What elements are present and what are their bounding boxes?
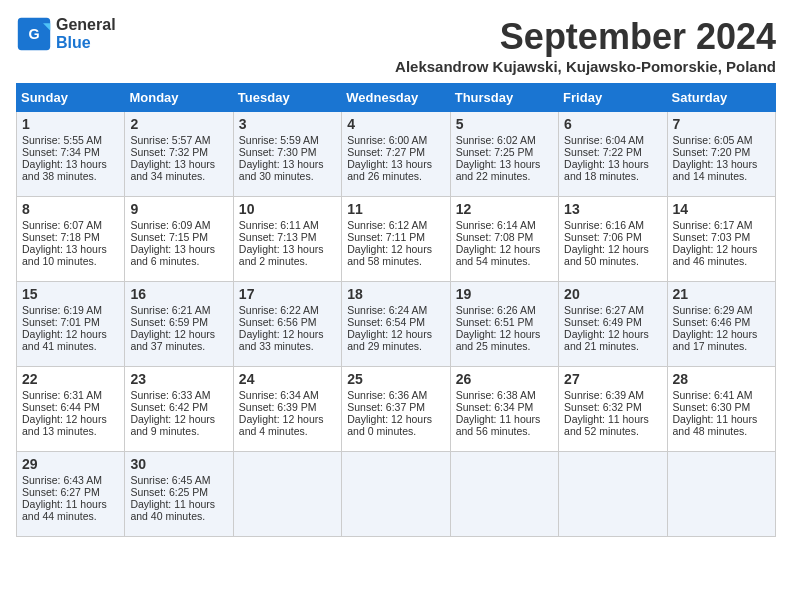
daylight-text: Daylight: 12 hours and 0 minutes. (347, 413, 432, 437)
sunrise-text: Sunrise: 6:27 AM (564, 304, 644, 316)
day-number: 7 (673, 116, 770, 132)
sunset-text: Sunset: 6:32 PM (564, 401, 642, 413)
day-number: 5 (456, 116, 553, 132)
daylight-text: Daylight: 12 hours and 41 minutes. (22, 328, 107, 352)
sunset-text: Sunset: 7:32 PM (130, 146, 208, 158)
sunrise-text: Sunrise: 6:26 AM (456, 304, 536, 316)
sunrise-text: Sunrise: 6:31 AM (22, 389, 102, 401)
sunrise-text: Sunrise: 6:05 AM (673, 134, 753, 146)
col-sunday: Sunday (17, 84, 125, 112)
sunrise-text: Sunrise: 6:41 AM (673, 389, 753, 401)
svg-text:G: G (28, 26, 39, 42)
sunset-text: Sunset: 7:15 PM (130, 231, 208, 243)
sunrise-text: Sunrise: 6:19 AM (22, 304, 102, 316)
calendar-week-row: 15 Sunrise: 6:19 AM Sunset: 7:01 PM Dayl… (17, 282, 776, 367)
sunrise-text: Sunrise: 6:33 AM (130, 389, 210, 401)
calendar-day-cell: 20 Sunrise: 6:27 AM Sunset: 6:49 PM Dayl… (559, 282, 667, 367)
sunrise-text: Sunrise: 6:24 AM (347, 304, 427, 316)
sunset-text: Sunset: 7:34 PM (22, 146, 100, 158)
logo: G General Blue (16, 16, 116, 52)
day-number: 9 (130, 201, 227, 217)
calendar-day-cell: 16 Sunrise: 6:21 AM Sunset: 6:59 PM Dayl… (125, 282, 233, 367)
sunrise-text: Sunrise: 6:22 AM (239, 304, 319, 316)
calendar-day-cell: 24 Sunrise: 6:34 AM Sunset: 6:39 PM Dayl… (233, 367, 341, 452)
day-number: 3 (239, 116, 336, 132)
daylight-text: Daylight: 12 hours and 17 minutes. (673, 328, 758, 352)
daylight-text: Daylight: 12 hours and 29 minutes. (347, 328, 432, 352)
day-number: 24 (239, 371, 336, 387)
day-number: 15 (22, 286, 119, 302)
day-number: 29 (22, 456, 119, 472)
daylight-text: Daylight: 11 hours and 52 minutes. (564, 413, 649, 437)
sunset-text: Sunset: 7:20 PM (673, 146, 751, 158)
sunset-text: Sunset: 7:06 PM (564, 231, 642, 243)
sunrise-text: Sunrise: 6:17 AM (673, 219, 753, 231)
location-title: Aleksandrow Kujawski, Kujawsko-Pomorskie… (395, 58, 776, 75)
day-number: 18 (347, 286, 444, 302)
sunset-text: Sunset: 6:27 PM (22, 486, 100, 498)
daylight-text: Daylight: 12 hours and 13 minutes. (22, 413, 107, 437)
sunset-text: Sunset: 6:49 PM (564, 316, 642, 328)
day-number: 21 (673, 286, 770, 302)
calendar-week-row: 1 Sunrise: 5:55 AM Sunset: 7:34 PM Dayli… (17, 112, 776, 197)
sunset-text: Sunset: 7:11 PM (347, 231, 425, 243)
daylight-text: Daylight: 11 hours and 56 minutes. (456, 413, 541, 437)
daylight-text: Daylight: 11 hours and 48 minutes. (673, 413, 758, 437)
calendar-day-cell: 26 Sunrise: 6:38 AM Sunset: 6:34 PM Dayl… (450, 367, 558, 452)
sunrise-text: Sunrise: 6:45 AM (130, 474, 210, 486)
calendar-day-cell: 29 Sunrise: 6:43 AM Sunset: 6:27 PM Dayl… (17, 452, 125, 537)
logo-text: General Blue (56, 16, 116, 51)
col-thursday: Thursday (450, 84, 558, 112)
calendar-week-row: 8 Sunrise: 6:07 AM Sunset: 7:18 PM Dayli… (17, 197, 776, 282)
sunset-text: Sunset: 6:42 PM (130, 401, 208, 413)
calendar-day-cell: 6 Sunrise: 6:04 AM Sunset: 7:22 PM Dayli… (559, 112, 667, 197)
day-number: 2 (130, 116, 227, 132)
calendar-day-cell: 21 Sunrise: 6:29 AM Sunset: 6:46 PM Dayl… (667, 282, 775, 367)
daylight-text: Daylight: 13 hours and 10 minutes. (22, 243, 107, 267)
sunset-text: Sunset: 6:30 PM (673, 401, 751, 413)
day-number: 8 (22, 201, 119, 217)
day-number: 11 (347, 201, 444, 217)
calendar-day-cell: 12 Sunrise: 6:14 AM Sunset: 7:08 PM Dayl… (450, 197, 558, 282)
sunrise-text: Sunrise: 5:57 AM (130, 134, 210, 146)
sunrise-text: Sunrise: 6:21 AM (130, 304, 210, 316)
day-number: 13 (564, 201, 661, 217)
calendar-day-cell: 5 Sunrise: 6:02 AM Sunset: 7:25 PM Dayli… (450, 112, 558, 197)
sunset-text: Sunset: 7:03 PM (673, 231, 751, 243)
calendar-day-cell: 4 Sunrise: 6:00 AM Sunset: 7:27 PM Dayli… (342, 112, 450, 197)
col-monday: Monday (125, 84, 233, 112)
calendar-day-cell (342, 452, 450, 537)
sunset-text: Sunset: 6:39 PM (239, 401, 317, 413)
daylight-text: Daylight: 12 hours and 37 minutes. (130, 328, 215, 352)
day-number: 16 (130, 286, 227, 302)
sunrise-text: Sunrise: 5:55 AM (22, 134, 102, 146)
header: G General Blue September 2024 Aleksandro… (16, 16, 776, 75)
calendar-day-cell: 27 Sunrise: 6:39 AM Sunset: 6:32 PM Dayl… (559, 367, 667, 452)
day-number: 12 (456, 201, 553, 217)
calendar-day-cell (233, 452, 341, 537)
sunset-text: Sunset: 7:30 PM (239, 146, 317, 158)
daylight-text: Daylight: 11 hours and 40 minutes. (130, 498, 215, 522)
day-number: 23 (130, 371, 227, 387)
daylight-text: Daylight: 13 hours and 18 minutes. (564, 158, 649, 182)
daylight-text: Daylight: 13 hours and 38 minutes. (22, 158, 107, 182)
title-block: September 2024 Aleksandrow Kujawski, Kuj… (395, 16, 776, 75)
day-number: 22 (22, 371, 119, 387)
daylight-text: Daylight: 13 hours and 34 minutes. (130, 158, 215, 182)
sunrise-text: Sunrise: 6:02 AM (456, 134, 536, 146)
calendar-day-cell: 7 Sunrise: 6:05 AM Sunset: 7:20 PM Dayli… (667, 112, 775, 197)
sunset-text: Sunset: 7:13 PM (239, 231, 317, 243)
day-number: 30 (130, 456, 227, 472)
sunset-text: Sunset: 6:34 PM (456, 401, 534, 413)
calendar-table: Sunday Monday Tuesday Wednesday Thursday… (16, 83, 776, 537)
sunrise-text: Sunrise: 6:09 AM (130, 219, 210, 231)
calendar-day-cell: 28 Sunrise: 6:41 AM Sunset: 6:30 PM Dayl… (667, 367, 775, 452)
sunrise-text: Sunrise: 6:12 AM (347, 219, 427, 231)
sunset-text: Sunset: 6:54 PM (347, 316, 425, 328)
day-number: 17 (239, 286, 336, 302)
daylight-text: Daylight: 12 hours and 33 minutes. (239, 328, 324, 352)
calendar-day-cell: 8 Sunrise: 6:07 AM Sunset: 7:18 PM Dayli… (17, 197, 125, 282)
calendar-day-cell: 30 Sunrise: 6:45 AM Sunset: 6:25 PM Dayl… (125, 452, 233, 537)
daylight-text: Daylight: 13 hours and 2 minutes. (239, 243, 324, 267)
day-number: 19 (456, 286, 553, 302)
